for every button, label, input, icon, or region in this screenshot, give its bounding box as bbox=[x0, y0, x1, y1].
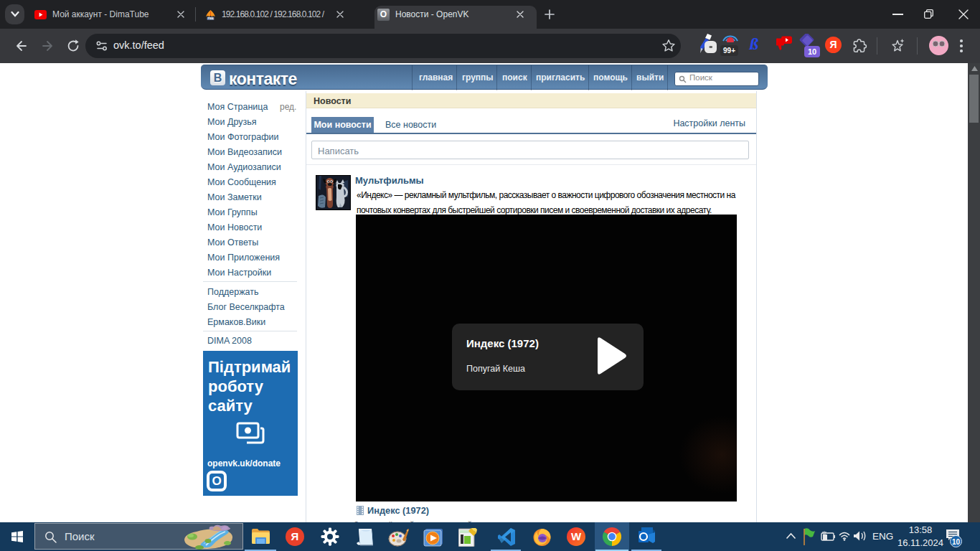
svg-text:PMA: PMA bbox=[208, 17, 214, 20]
